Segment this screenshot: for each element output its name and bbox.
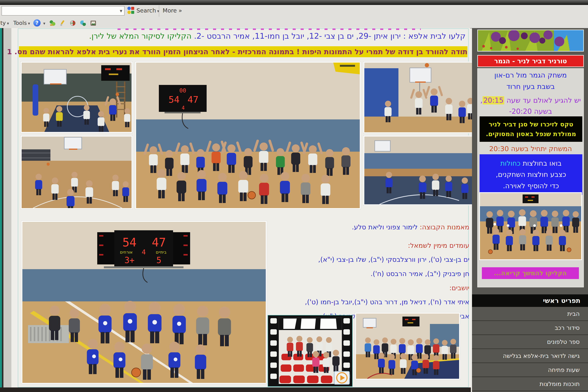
announcement-panel: משחק הגמר מול רם-און בשבת בעין חרוד יש ל… [477, 68, 584, 287]
svg-text:אורחים: אורחים [120, 250, 132, 254]
help-dropdown-icon[interactable]: ▾ [42, 19, 45, 28]
window-border [2, 28, 4, 392]
main-menu: הבית סידור רכב ספר טלפונים גישה לדואר בי… [472, 307, 588, 391]
tools-menu[interactable]: Tools▾ [13, 19, 30, 28]
thanks-banner: תודה להוורד בן דודה של תמרי על התמונות ה… [19, 46, 468, 57]
desktop-edge-strip [0, 28, 2, 392]
svg-text:5: 5 [156, 255, 162, 265]
main-content-area: קלעו לבית אלפא : ירון איתן -29, ים בן צב… [11, 28, 470, 388]
scores-text: קלעו לבית אלפא : ירון איתן -29, ים בן צב… [192, 32, 466, 40]
video-thumbnail-filmstrip[interactable] [268, 315, 352, 387]
chevron-down-icon: ▾ [7, 21, 9, 26]
photo-free-throw [20, 62, 133, 133]
menu-item-recommended-software[interactable]: תוכנות מומלצות [472, 377, 588, 391]
svg-text:4: 4 [182, 105, 185, 111]
sitting-label: יושבים: [277, 283, 469, 294]
chevron-down-icon: ▾ [28, 21, 30, 26]
svg-text:54: 54 [168, 94, 180, 105]
memorial-notice: טקס לזיכרו של סגן דביר לניר ממולדת שנפל … [480, 116, 582, 142]
sidebar: טורניר דביר לניר - הגמר משחק הגמר מול רם… [472, 28, 588, 392]
monitor-screen: ▾ Search▾ More » ty▾ Tools▾ ? ▾ [0, 0, 588, 392]
scores-headline: קלעו לבית אלפא : ירון איתן -29, ים בן צב… [20, 32, 466, 40]
search-dropdown-icon[interactable]: ▾ [120, 8, 122, 14]
menu-item-home[interactable]: הבית [472, 307, 588, 321]
svg-text:3+: 3+ [124, 255, 134, 265]
help-button[interactable]: ? [33, 19, 40, 26]
photo-team-posing: 54 47 אורחים 4 ביתיים 3+ 5 [21, 221, 267, 384]
photo-celebration-group: 00 54 47 4 [135, 62, 361, 209]
svg-text:00: 00 [179, 87, 186, 94]
menu-item-webmail[interactable]: גישה לדואר בית-אלפא בגלישה [472, 349, 588, 363]
toolbar-divider [159, 5, 159, 17]
search-button[interactable]: Search▾ [136, 7, 159, 14]
google-logo-icon [126, 6, 135, 14]
toolbar-icon-map[interactable] [80, 20, 86, 26]
photo-big-group [355, 312, 460, 380]
search-input[interactable]: ▾ [2, 6, 124, 16]
read-more-link[interactable]: הקליקו להמשך קריאה... [482, 267, 579, 279]
menu-item-opening-hours[interactable]: שעות פתיחה [472, 363, 588, 377]
highlighted-time: 20:15 [482, 96, 504, 104]
photo-hoop-action [363, 62, 474, 134]
svg-text:47: 47 [152, 236, 166, 249]
more-button[interactable]: More » [163, 7, 182, 14]
photo-blue-team-court [363, 135, 474, 206]
svg-text:4: 4 [142, 248, 146, 256]
coaches-label: מאמנות הקבוצה: [420, 223, 469, 231]
toolbar-icon-pen[interactable] [59, 20, 66, 26]
final-game-line1: משחק הגמר מול רם-און [478, 72, 584, 79]
final-game-line2: בשבת בעין חרוד [478, 83, 584, 90]
photo-caption-block: מאמנות הקבוצה: לימור צפוני וליאת סלע. עו… [277, 222, 469, 325]
svg-text:54: 54 [122, 236, 137, 249]
main-menu-title: תפריט ראשי [472, 294, 588, 307]
monitor-bezel-top [0, 0, 588, 5]
browser-toolbar: ▾ Search▾ More » ty▾ Tools▾ ? ▾ [0, 5, 588, 28]
game-start-line: המשחק יתחיל בשעה 20:30 [478, 145, 584, 152]
flowers-photo [477, 30, 584, 52]
svg-text:ביתיים: ביתיים [156, 250, 166, 254]
page-margin [4, 28, 11, 392]
monitor-bezel-bottom [0, 388, 471, 392]
play-button [334, 371, 350, 384]
photo-court-wide [20, 135, 133, 209]
standing-names-1: ים בן-צבי (ט'), ירון וורצלבסקי (י"ב), של… [277, 254, 469, 265]
sidebar-team-photo [479, 192, 582, 260]
menu-item-car-pool[interactable]: סידור רכב [472, 321, 588, 335]
svg-text:47: 47 [188, 94, 198, 105]
full-coverage-link[interactable]: הקליקו לסיקור המלא של לירן. [89, 32, 192, 40]
tournament-title-banner: טורניר דביר לניר - הגמר [477, 55, 584, 67]
safety-menu[interactable]: ty▾ [0, 19, 9, 28]
blue-shirts-notice: בואו בחולצות כחולות כצבע חולצות השחקנים,… [480, 154, 582, 195]
arrive-time-line2: בשעה 20:20- [478, 107, 584, 116]
toolbar-icon-people[interactable] [49, 20, 56, 26]
standing-label: עומדים מימין לשמאל: [277, 240, 469, 251]
toolbar-icon-globe[interactable] [70, 20, 76, 26]
arrive-time-line: יש להגיע לאולם עד שעה 20:15, [478, 96, 584, 104]
standing-names-2: חן פיבניק (י"ב), אמיר הרבסט (ח'). [277, 268, 469, 279]
sitting-names-1: איתי אדר (ח'), דניאל מן, דרור בהט (י"ב),… [277, 297, 469, 308]
toolbar-icon-frame[interactable] [90, 20, 97, 26]
coaches-names: לימור צפוני וליאת סלע. [352, 223, 418, 231]
menu-item-phone-book[interactable]: ספר טלפונים [472, 335, 588, 349]
clipped-text-remnant [118, 28, 421, 30]
